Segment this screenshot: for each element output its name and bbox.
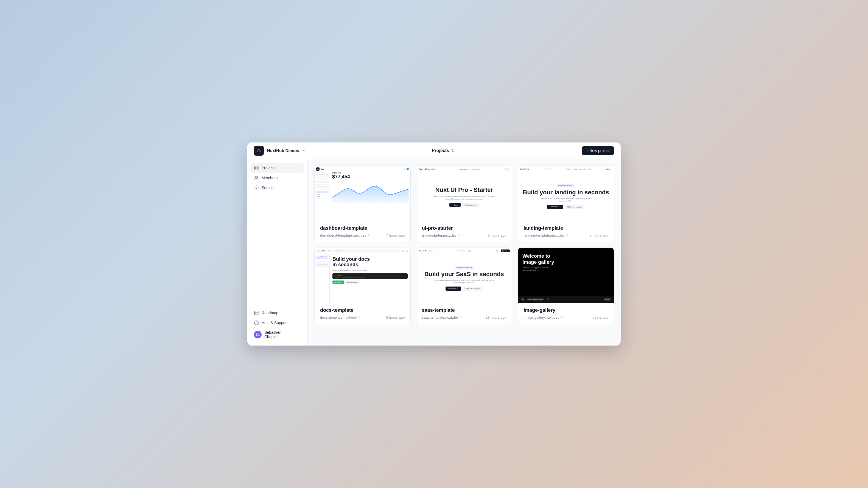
external-link-icon: ↗ (367, 234, 370, 237)
project-title: ui-pro-starter (422, 225, 507, 231)
card-info: image-gallery image-gallery.nuxt.dev ↗ y… (518, 303, 614, 324)
card-preview-landing: Nuxt UI Pro Landing FeaturesPricingTesti… (518, 166, 614, 221)
sidebar-item-roadmap[interactable]: Roadmap (251, 308, 304, 317)
user-row[interactable]: SC Sébastien Chopin ⋯ (251, 328, 304, 341)
card-meta: image-gallery.nuxt.dev ↗ yesterday (524, 315, 608, 319)
refresh-icon[interactable]: ↻ (451, 149, 455, 153)
card-info: ui-pro-starter ui-pro-starter.nuxt.dev ↗… (416, 221, 512, 242)
roadmap-icon (254, 310, 259, 315)
app-window: NuxtHub Demos ▾ Projects ↻ + New project… (247, 143, 621, 345)
sidebar-item-label: Roadmap (261, 311, 278, 315)
main-content: Nuxt (308, 159, 621, 345)
projects-grid: Nuxt (314, 165, 614, 324)
project-time: 8 hours ago (589, 233, 608, 237)
project-card-dashboard[interactable]: Nuxt (314, 165, 411, 242)
org-name: NuxtHub Demos (267, 148, 299, 153)
user-name: Sébastien Chopin (265, 330, 294, 339)
card-meta: docs-template.nuxt.dev ↗ 8 hours ago (320, 315, 405, 319)
projects-icon (254, 165, 259, 171)
sidebar-item-label: Members (261, 176, 278, 180)
project-card-ui-pro-starter[interactable]: Nuxt UI Pro Starter Features Documentati… (416, 165, 513, 242)
external-link-icon: ↗ (458, 234, 460, 237)
sidebar-item-settings[interactable]: Settings (251, 183, 304, 192)
project-card-docs[interactable]: Nuxt UI Pro docs ⌕ Search... Made with N… (314, 248, 411, 324)
project-time: 7 hours ago (386, 233, 405, 237)
project-card-landing[interactable]: Nuxt UI Pro Landing FeaturesPricingTesti… (518, 165, 614, 242)
card-preview-gallery: Welcome toimage gallery You must be logg… (518, 248, 614, 303)
members-icon (254, 175, 259, 180)
chevron-down-icon[interactable]: ▾ (303, 149, 305, 153)
project-url[interactable]: ui-pro-starter.nuxt.dev ↗ (422, 233, 460, 237)
project-url[interactable]: docs-template.nuxt.dev ↗ (320, 315, 361, 319)
more-options-icon[interactable]: ⋯ (297, 332, 301, 337)
sidebar: Projects Members Setti (247, 159, 308, 345)
project-title: landing-template (524, 225, 608, 231)
app-body: Projects Members Setti (247, 159, 621, 345)
sidebar-item-members[interactable]: Members (251, 173, 304, 183)
svg-rect-1 (257, 166, 258, 167)
sidebar-item-label: Projects (261, 166, 276, 170)
project-url[interactable]: saas-template.nuxt.dev ↗ (422, 315, 462, 319)
project-url[interactable]: dashboard-template.nuxt.dev ↗ (320, 233, 370, 237)
project-title: saas-template (422, 307, 507, 313)
avatar: SC (254, 331, 261, 338)
project-card-saas[interactable]: Nuxt UI Pro saas DocsPricingBlog Sign in… (416, 248, 513, 324)
svg-rect-2 (254, 169, 256, 170)
svg-point-6 (256, 187, 257, 188)
card-info: docs-template docs-template.nuxt.dev ↗ 8… (315, 303, 410, 324)
project-title: dashboard-template (320, 225, 405, 231)
external-link-icon: ↗ (460, 316, 462, 319)
external-link-icon: ↗ (358, 316, 361, 319)
svg-rect-7 (254, 311, 258, 315)
project-title: docs-template (320, 307, 405, 313)
page-title: Projects ↻ (432, 148, 455, 153)
svg-point-4 (255, 176, 257, 178)
project-card-image-gallery[interactable]: Welcome toimage gallery You must be logg… (518, 248, 614, 324)
card-preview-saas: Nuxt UI Pro saas DocsPricingBlog Sign in… (416, 248, 512, 303)
settings-icon (254, 185, 259, 190)
card-preview-ui-pro: Nuxt UI Pro Starter Features Documentati… (416, 166, 512, 221)
sidebar-item-label: Settings (261, 186, 276, 190)
card-meta: dashboard-template.nuxt.dev ↗ 7 hours ag… (320, 233, 405, 237)
card-preview-dashboard: Nuxt (315, 166, 410, 221)
help-icon (254, 320, 259, 325)
card-meta: ui-pro-starter.nuxt.dev ↗ 8 hours ago (422, 233, 507, 237)
card-info: dashboard-template dashboard-template.nu… (315, 221, 410, 242)
card-preview-docs: Nuxt UI Pro docs ⌕ Search... Made with N… (315, 248, 410, 303)
external-link-icon: ↗ (565, 234, 568, 237)
project-time: 8 hours ago (386, 315, 405, 319)
project-time: yesterday (593, 315, 608, 319)
external-link-icon: ↗ (560, 316, 563, 319)
project-url[interactable]: image-gallery.nuxt.dev ↗ (524, 315, 563, 319)
project-url[interactable]: landing-template.nuxt.dev ↗ (524, 233, 568, 237)
app-header: NuxtHub Demos ▾ Projects ↻ + New project (247, 143, 621, 159)
sidebar-nav: Projects Members Setti (247, 163, 307, 192)
project-time: 18 hours ago (486, 315, 506, 319)
svg-point-5 (257, 176, 258, 178)
project-title: image-gallery (524, 307, 608, 313)
header-left: NuxtHub Demos ▾ (254, 146, 305, 156)
sidebar-item-projects[interactable]: Projects (251, 163, 304, 173)
card-info: landing-template landing-template.nuxt.d… (518, 221, 614, 242)
card-meta: saas-template.nuxt.dev ↗ 18 hours ago (422, 315, 507, 319)
sidebar-bottom: Roadmap Help & Support SC Sébastien Chop… (247, 308, 307, 341)
sidebar-item-help[interactable]: Help & Support (251, 318, 304, 328)
svg-rect-0 (254, 166, 256, 167)
project-time: 8 hours ago (488, 233, 507, 237)
app-logo (254, 146, 264, 156)
svg-rect-3 (257, 169, 258, 170)
new-project-button[interactable]: + New project (582, 146, 614, 155)
card-info: saas-template saas-template.nuxt.dev ↗ 1… (416, 303, 512, 324)
card-meta: landing-template.nuxt.dev ↗ 8 hours ago (524, 233, 608, 237)
sidebar-item-label: Help & Support (261, 321, 288, 325)
